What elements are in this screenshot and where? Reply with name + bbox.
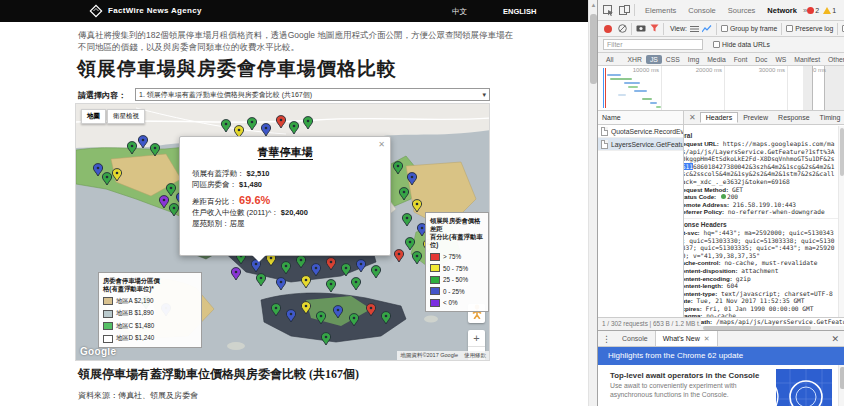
type-filter-xhr[interactable]: XHR xyxy=(624,55,646,64)
details-close-icon[interactable]: ✕ xyxy=(689,113,696,122)
carpark-marker-icon[interactable] xyxy=(333,306,342,318)
tab-timing[interactable]: Timing xyxy=(815,113,844,122)
carpark-marker-icon[interactable] xyxy=(351,278,360,290)
google-map[interactable]: 地圖 衛星檢視 ✕ 青華停車場 領展有蓋浮動： $2,510 同區房委會： $1… xyxy=(75,103,490,361)
popup-close-icon[interactable]: ✕ xyxy=(378,140,385,149)
satellite-button[interactable]: 衛星檢視 xyxy=(107,109,145,124)
drawer-menu-icon[interactable]: ⋮ xyxy=(602,334,611,344)
content-select[interactable]: 1. 領展停車場有蓋浮動車位價格與房委會比較 (共167個) ▾ xyxy=(135,88,490,101)
type-filter-other[interactable]: Other xyxy=(824,55,844,64)
carpark-marker-icon[interactable] xyxy=(393,162,402,174)
headers-content[interactable]: General Request URL: https://maps.google… xyxy=(684,126,838,317)
type-filter-js[interactable]: JS xyxy=(646,55,662,64)
error-badge[interactable]: 2 xyxy=(807,7,819,14)
carpark-marker-icon[interactable] xyxy=(231,268,240,280)
carpark-marker-icon[interactable] xyxy=(326,280,335,292)
carpark-marker-icon[interactable] xyxy=(412,200,421,212)
carpark-marker-icon[interactable] xyxy=(93,164,102,176)
filter-input[interactable] xyxy=(603,39,703,50)
carpark-marker-icon[interactable] xyxy=(407,173,416,185)
type-filter-manifest[interactable]: Manifest xyxy=(790,55,824,64)
type-filter-css[interactable]: CSS xyxy=(662,55,684,64)
carpark-marker-icon[interactable] xyxy=(271,304,280,316)
type-filter-doc[interactable]: Doc xyxy=(751,55,771,64)
carpark-marker-icon[interactable] xyxy=(394,250,403,262)
carpark-marker-icon[interactable] xyxy=(412,252,421,264)
hide-data-urls-label[interactable]: Hide data URLs xyxy=(722,41,770,48)
lang-link-english[interactable]: ENGLISH xyxy=(503,7,536,16)
carpark-marker-icon[interactable] xyxy=(169,204,178,216)
drawer-close-icon[interactable]: ✕ xyxy=(831,334,839,344)
preserve-log-label[interactable]: Preserve log xyxy=(795,25,833,32)
carpark-marker-icon[interactable] xyxy=(366,304,375,316)
preserve-log-checkbox[interactable] xyxy=(786,25,793,32)
type-filter-media[interactable]: Media xyxy=(703,55,730,64)
drawer-tab-console[interactable]: Console xyxy=(615,331,655,346)
warning-badge[interactable]: 1 xyxy=(823,7,836,14)
carpark-marker-icon[interactable] xyxy=(289,122,298,134)
type-filter-font[interactable]: Font xyxy=(730,55,752,64)
inspect-element-icon[interactable] xyxy=(603,5,614,16)
record-button[interactable] xyxy=(604,25,612,33)
carpark-marker-icon[interactable] xyxy=(276,278,285,290)
carpark-marker-icon[interactable] xyxy=(247,118,256,130)
carpark-marker-icon[interactable] xyxy=(326,258,335,270)
carpark-marker-icon[interactable] xyxy=(159,196,168,208)
carpark-marker-icon[interactable] xyxy=(381,312,390,324)
carpark-marker-icon[interactable] xyxy=(399,188,408,200)
carpark-marker-icon[interactable] xyxy=(261,124,270,136)
tab-network[interactable]: Network xyxy=(761,6,803,15)
carpark-marker-icon[interactable] xyxy=(316,312,325,324)
details-scrollbar[interactable] xyxy=(838,126,844,317)
carpark-marker-icon[interactable] xyxy=(221,120,230,132)
whats-new-scrollbar[interactable] xyxy=(838,365,844,406)
carpark-marker-icon[interactable] xyxy=(276,116,285,128)
request-row-quotaservice[interactable]: QuotaService.RecordEvent?1sh... xyxy=(598,125,683,138)
carpark-marker-icon[interactable] xyxy=(296,256,305,268)
carpark-marker-icon[interactable] xyxy=(256,274,265,286)
carpark-marker-icon[interactable] xyxy=(349,314,358,326)
whats-new-close-icon[interactable]: ✕ xyxy=(704,335,710,343)
network-overview[interactable]: 10000 ms 20000 ms 30000 ms 0 ms xyxy=(598,66,844,111)
carpark-marker-icon[interactable] xyxy=(371,266,380,278)
clear-icon[interactable] xyxy=(618,24,627,34)
page-scrollbar-thumb[interactable] xyxy=(590,14,597,84)
carpark-marker-icon[interactable] xyxy=(102,173,111,185)
type-filter-img[interactable]: Img xyxy=(684,55,703,64)
lang-link-chinese[interactable]: 中文 xyxy=(452,7,467,17)
drawer-tab-whats-new[interactable]: What's New ✕ xyxy=(655,331,718,346)
terms-link[interactable]: 使用條款 xyxy=(464,352,486,359)
overview-view-icon[interactable] xyxy=(702,25,712,33)
carpark-marker-icon[interactable] xyxy=(301,276,310,288)
page-scrollbar[interactable]: ▲ xyxy=(588,0,597,406)
name-column-header[interactable]: Name xyxy=(598,111,683,125)
carpark-marker-icon[interactable] xyxy=(112,169,121,181)
carpark-marker-icon[interactable] xyxy=(301,302,310,314)
tab-response[interactable]: Response xyxy=(773,113,815,122)
zoom-in-button[interactable]: + xyxy=(468,330,485,347)
type-filter-all[interactable]: All xyxy=(602,55,618,64)
carpark-marker-icon[interactable] xyxy=(138,136,147,148)
hide-data-urls-checkbox[interactable] xyxy=(713,41,720,48)
scrollbar-up-arrow-icon[interactable]: ▲ xyxy=(590,1,597,10)
request-row-layersservice[interactable]: LayersService.GetFeature?1sft... xyxy=(598,138,683,151)
carpark-marker-icon[interactable] xyxy=(303,117,312,129)
filter-icon[interactable] xyxy=(650,24,659,33)
whats-new-section-title[interactable]: Top-level await operators in the Console xyxy=(610,371,770,380)
group-by-frame-checkbox[interactable] xyxy=(721,25,728,32)
capture-screenshots-icon[interactable] xyxy=(636,24,646,33)
tab-console[interactable]: Console xyxy=(682,6,722,15)
carpark-marker-icon[interactable] xyxy=(405,238,414,250)
type-filter-ws[interactable]: WS xyxy=(771,55,790,64)
carpark-marker-icon[interactable] xyxy=(402,214,411,226)
tab-elements[interactable]: Elements xyxy=(639,6,682,15)
carpark-marker-icon[interactable] xyxy=(356,260,365,272)
carpark-marker-icon[interactable] xyxy=(286,310,295,322)
tab-sources[interactable]: Sources xyxy=(722,6,762,15)
map-button[interactable]: 地圖 xyxy=(81,109,106,124)
carpark-marker-icon[interactable] xyxy=(281,262,290,274)
carpark-marker-icon[interactable] xyxy=(311,264,320,276)
tab-preview[interactable]: Preview xyxy=(738,113,773,122)
tab-headers[interactable]: Headers xyxy=(700,112,738,123)
response-headers-title[interactable]: Response Headers xyxy=(684,218,838,228)
